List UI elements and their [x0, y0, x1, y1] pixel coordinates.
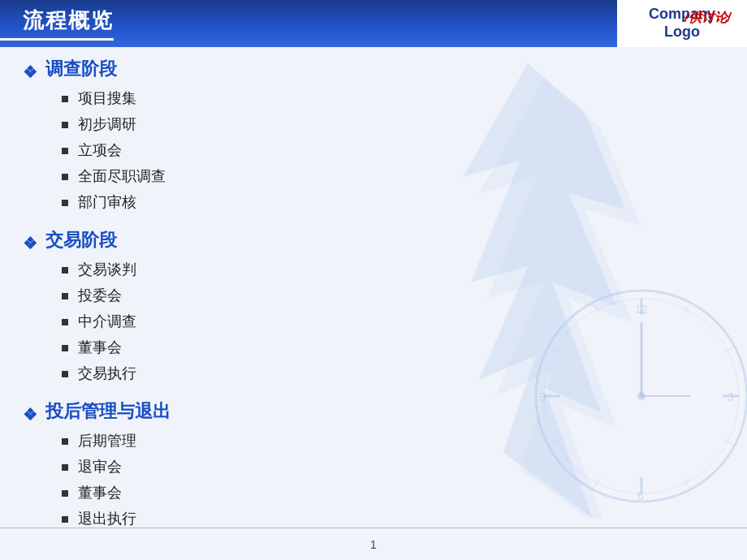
page-number: 1 — [370, 538, 377, 551]
bullet-icon — [62, 293, 68, 299]
bullet-icon — [62, 200, 68, 206]
svg-line-16 — [723, 347, 734, 352]
svg-line-15 — [682, 304, 690, 315]
list-item: 项目搜集 — [62, 88, 601, 110]
bullet-icon — [62, 371, 68, 377]
item-text: 退出执行 — [78, 508, 136, 530]
discussion-label: /供讨论/ — [684, 10, 731, 27]
bullet-icon — [62, 516, 68, 523]
footer: 1 — [0, 528, 747, 560]
list-item: 立项会 — [62, 140, 601, 162]
bullet-icon — [62, 464, 68, 471]
section-post: 投后管理与退出后期管理退审会董事会退出执行 — [23, 399, 601, 530]
item-text: 后期管理 — [78, 430, 136, 452]
section-investigation: 调查阶段项目搜集初步调研立项会全面尽职调查部门审核 — [23, 57, 601, 213]
section-title-investigation: 调查阶段 — [23, 57, 601, 81]
svg-text:6: 6 — [637, 489, 644, 502]
bullet-icon — [62, 438, 68, 445]
sub-items-transaction: 交易谈判投委会中介调查董事会交易执行 — [23, 259, 601, 385]
list-item: 后期管理 — [62, 430, 601, 452]
diamond-icon-investigation — [23, 62, 37, 76]
list-item: 董事会 — [62, 337, 601, 359]
header: 流程概览 Company Logo — [0, 0, 747, 47]
bullet-icon — [62, 490, 68, 497]
svg-line-17 — [723, 440, 734, 445]
bullet-icon — [62, 267, 68, 274]
bullet-icon — [62, 174, 68, 180]
bullet-icon — [62, 96, 68, 102]
item-text: 项目搜集 — [78, 88, 136, 110]
section-title-text-post: 投后管理与退出 — [45, 399, 171, 424]
main-content: 调查阶段项目搜集初步调研立项会全面尽职调查部门审核交易阶段交易谈判投委会中介调查… — [23, 57, 601, 519]
item-text: 交易执行 — [78, 363, 136, 385]
item-text: 董事会 — [78, 482, 122, 504]
diamond-icon-transaction — [23, 233, 37, 248]
list-item: 董事会 — [62, 482, 601, 504]
page-title: 流程概览 — [0, 6, 114, 41]
bullet-icon — [62, 122, 68, 128]
list-item: 退审会 — [62, 456, 601, 478]
list-item: 部门审核 — [62, 192, 601, 213]
item-text: 投委会 — [78, 285, 122, 307]
sub-items-investigation: 项目搜集初步调研立项会全面尽职调查部门审核 — [23, 88, 601, 213]
svg-text:3: 3 — [728, 390, 734, 403]
list-item: 中介调查 — [62, 311, 601, 333]
sub-items-post: 后期管理退审会董事会退出执行 — [23, 430, 601, 530]
svg-text:12: 12 — [635, 303, 648, 316]
section-title-post: 投后管理与退出 — [23, 399, 601, 424]
section-title-text-transaction: 交易阶段 — [45, 228, 117, 252]
svg-line-18 — [682, 477, 690, 489]
list-item: 退出执行 — [62, 508, 601, 530]
diamond-icon-post — [23, 404, 37, 419]
item-text: 全面尽职调查 — [78, 166, 166, 187]
item-text: 初步调研 — [78, 114, 136, 136]
item-text: 立项会 — [78, 140, 122, 162]
section-transaction: 交易阶段交易谈判投委会中介调查董事会交易执行 — [23, 228, 601, 385]
item-text: 中介调查 — [78, 311, 136, 333]
list-item: 交易谈判 — [62, 259, 601, 281]
item-text: 董事会 — [78, 337, 122, 359]
item-text: 交易谈判 — [78, 259, 136, 281]
item-text: 退审会 — [78, 456, 122, 478]
bullet-icon — [62, 148, 68, 154]
list-item: 投委会 — [62, 285, 601, 307]
section-title-transaction: 交易阶段 — [23, 228, 601, 252]
item-text: 部门审核 — [78, 192, 136, 213]
bullet-icon — [62, 319, 68, 325]
svg-point-4 — [637, 392, 646, 400]
list-item: 交易执行 — [62, 363, 601, 385]
section-title-text-investigation: 调查阶段 — [45, 57, 117, 81]
list-item: 初步调研 — [62, 114, 601, 136]
bullet-icon — [62, 345, 68, 351]
list-item: 全面尽职调查 — [62, 166, 601, 187]
